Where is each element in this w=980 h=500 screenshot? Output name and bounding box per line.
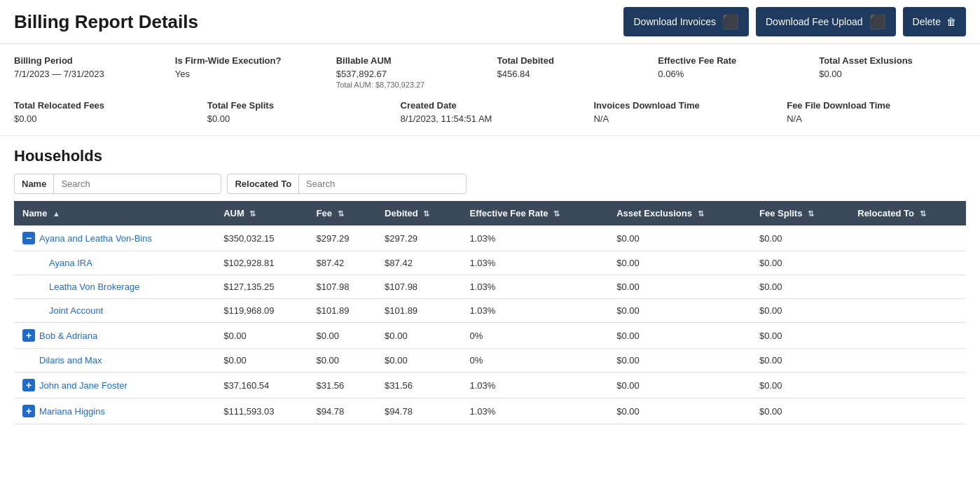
- table-row: −Ayana and Leatha Von-Bins$350,032.15$29…: [14, 225, 966, 251]
- households-section: Households Name Relocated To Name ▲ AUM …: [0, 136, 980, 424]
- billable-aum-sub: Total AUM: $8,730,923.27: [336, 81, 483, 89]
- relocated-search-input[interactable]: [298, 174, 467, 194]
- table-cell: 0%: [461, 349, 608, 373]
- table-cell: 1.03%: [461, 251, 608, 275]
- table-cell: [849, 373, 966, 398]
- table-cell: $87.42: [376, 251, 461, 275]
- download-fee-upload-label: Download Fee Upload: [766, 15, 863, 28]
- download-invoices-button[interactable]: Download Invoices ⬛: [623, 7, 749, 36]
- col-fee[interactable]: Fee ⇅: [308, 201, 377, 225]
- table-cell: $31.56: [376, 373, 461, 398]
- table-cell: $94.78: [308, 398, 377, 424]
- table-cell: $0.00: [608, 275, 751, 299]
- total-relocated-fees-field: Total Relocated Fees $0.00: [14, 100, 193, 124]
- expand-button[interactable]: +: [22, 329, 35, 342]
- download-fee-upload-icon: ⬛: [869, 13, 886, 31]
- sort-debited-icon: ⇅: [423, 209, 429, 218]
- total-debited-field: Total Debited $456.84: [497, 55, 644, 89]
- table-cell: [849, 299, 966, 323]
- download-invoices-label: Download Invoices: [633, 15, 716, 28]
- household-name-link[interactable]: Bob & Adriana: [39, 331, 97, 341]
- page-title: Billing Report Details: [14, 11, 623, 33]
- table-cell: $0.00: [376, 349, 461, 373]
- delete-button[interactable]: Delete 🗑: [903, 7, 966, 36]
- col-name[interactable]: Name ▲: [14, 201, 215, 225]
- invoices-download-time-field: Invoices Download Time N/A: [593, 100, 773, 124]
- col-effective-fee-rate[interactable]: Effective Fee Rate ⇅: [461, 201, 608, 225]
- download-invoices-icon: ⬛: [722, 13, 739, 31]
- col-aum[interactable]: AUM ⇅: [215, 201, 308, 225]
- table-cell: 1.03%: [461, 275, 608, 299]
- billing-period-field: Billing Period 7/1/2023 — 7/31/2023: [14, 55, 161, 89]
- sort-name-icon: ▲: [53, 209, 60, 218]
- table-header-row: Name ▲ AUM ⇅ Fee ⇅ Debited ⇅ Effective F…: [14, 201, 966, 225]
- household-name-link[interactable]: Mariana Higgins: [39, 406, 105, 417]
- expand-button[interactable]: +: [22, 405, 35, 417]
- expand-button[interactable]: +: [22, 379, 35, 391]
- table-cell: $0.00: [608, 349, 751, 373]
- created-date-value: 8/1/2023, 11:54:51 AM: [401, 113, 580, 124]
- col-relocated-to[interactable]: Relocated To ⇅: [849, 201, 966, 225]
- household-name-link[interactable]: John and Jane Foster: [39, 380, 127, 391]
- household-name-link[interactable]: Dilaris and Max: [39, 355, 102, 366]
- account-name-link[interactable]: Ayana IRA: [49, 258, 92, 268]
- table-cell: $0.00: [608, 373, 751, 398]
- total-relocated-fees-label: Total Relocated Fees: [14, 100, 193, 111]
- col-fee-splits[interactable]: Fee Splits ⇅: [751, 201, 849, 225]
- table-cell: $0.00: [608, 398, 751, 424]
- total-fee-splits-value: $0.00: [207, 113, 387, 124]
- table-cell: $0.00: [751, 373, 849, 398]
- table-cell: $0.00: [215, 323, 308, 349]
- table-cell: [849, 323, 966, 349]
- delete-icon: 🗑: [946, 16, 956, 27]
- table-cell: $350,032.15: [215, 225, 308, 251]
- col-asset-exclusions[interactable]: Asset Exclusions ⇅: [608, 201, 751, 225]
- household-name-link[interactable]: Ayana and Leatha Von-Bins: [39, 233, 152, 244]
- table-cell: $0.00: [308, 323, 377, 349]
- table-cell: $0.00: [608, 323, 751, 349]
- table-cell: $0.00: [751, 323, 849, 349]
- table-cell: $37,160.54: [215, 373, 308, 398]
- sort-fee-icon: ⇅: [338, 209, 344, 218]
- name-search-input[interactable]: [53, 174, 221, 194]
- total-asset-exclusions-value: $0.00: [819, 69, 966, 79]
- name-filter-group: Name: [14, 174, 221, 194]
- table-cell: $94.78: [376, 398, 461, 424]
- invoices-download-time-label: Invoices Download Time: [593, 100, 773, 111]
- effective-fee-rate-field: Effective Fee Rate 0.06%: [658, 55, 805, 89]
- collapse-button[interactable]: −: [22, 232, 35, 244]
- relocated-filter-group: Relocated To: [227, 174, 467, 194]
- fee-file-download-time-field: Fee File Download Time N/A: [787, 100, 966, 124]
- total-relocated-fees-value: $0.00: [14, 113, 193, 124]
- table-row: Joint Account$119,968.09$101.89$101.891.…: [14, 299, 966, 323]
- billing-info-grid-row2: Total Relocated Fees $0.00 Total Fee Spl…: [14, 100, 966, 124]
- delete-label: Delete: [913, 16, 941, 27]
- table-cell: $102,928.81: [215, 251, 308, 275]
- relocated-filter-label: Relocated To: [227, 174, 298, 194]
- table-row: Dilaris and Max$0.00$0.00$0.000%$0.00$0.…: [14, 349, 966, 373]
- table-cell: $0.00: [608, 251, 751, 275]
- table-cell: [849, 349, 966, 373]
- sort-ae-icon: ⇅: [698, 209, 704, 218]
- sort-fs-icon: ⇅: [808, 209, 814, 218]
- table-cell: $0.00: [308, 349, 377, 373]
- billing-period-label: Billing Period: [14, 55, 161, 66]
- total-fee-splits-label: Total Fee Splits: [207, 100, 387, 111]
- account-name-link[interactable]: Joint Account: [49, 305, 103, 316]
- created-date-label: Created Date: [401, 100, 580, 111]
- table-cell: 1.03%: [461, 299, 608, 323]
- account-name-link[interactable]: Leatha Von Brokerage: [49, 282, 139, 292]
- table-cell: $107.98: [376, 275, 461, 299]
- table-cell: 1.03%: [461, 373, 608, 398]
- created-date-field: Created Date 8/1/2023, 11:54:51 AM: [401, 100, 580, 124]
- table-cell: $101.89: [308, 299, 377, 323]
- table-cell: $101.89: [376, 299, 461, 323]
- households-table-container: Name ▲ AUM ⇅ Fee ⇅ Debited ⇅ Effective F…: [14, 201, 966, 424]
- col-debited[interactable]: Debited ⇅: [376, 201, 461, 225]
- households-table: Name ▲ AUM ⇅ Fee ⇅ Debited ⇅ Effective F…: [14, 201, 966, 424]
- table-cell: $0.00: [751, 225, 849, 251]
- download-fee-upload-button[interactable]: Download Fee Upload ⬛: [756, 7, 896, 36]
- billing-info-section: Billing Period 7/1/2023 — 7/31/2023 Is F…: [0, 44, 980, 136]
- sort-rt-icon: ⇅: [920, 209, 926, 218]
- billable-aum-value: $537,892.67: [336, 69, 483, 79]
